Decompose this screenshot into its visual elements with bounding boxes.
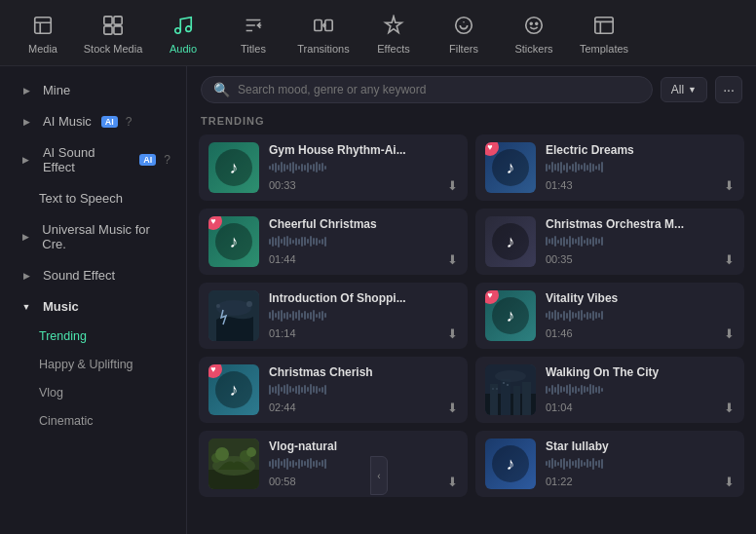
sidebar-toggle-button[interactable]: ‹ [370,456,388,495]
media-icon [29,12,57,39]
svg-point-6 [186,25,192,30]
effects-icon [380,12,407,39]
nav-item-stickers[interactable]: Stickers [499,4,569,62]
track-info-10: Star Iullaby 01:22 ⬇ [546,439,735,489]
track-thumb-3: ♥ ♪ [208,216,259,267]
track-waveform-2 [546,161,735,174]
nav-item-templates[interactable]: Templates [569,4,639,62]
nav-item-stock-media[interactable]: Stock Media [78,4,148,62]
nature-image [208,439,259,489]
city-image [485,364,536,415]
track-title-2: Electric Dreams [546,143,735,157]
download-icon[interactable]: ⬇ [447,400,458,415]
track-waveform-7 [269,383,458,397]
music-note-icon: ♪ [215,149,252,186]
sidebar-item-text-to-speech[interactable]: Text to Speech [4,183,182,213]
sidebar-item-sound-effect[interactable]: ▶ Sound Effect [4,260,182,290]
download-icon[interactable]: ⬇ [724,475,735,489]
track-card-4[interactable]: ♪ Christmas Orchestra M... 00:35 ⬇ [475,209,744,275]
sidebar-subitem-trending[interactable]: Trending [4,323,182,350]
sidebar-subitem-happy-uplifting[interactable]: Happy & Uplifting [4,351,182,378]
download-icon[interactable]: ⬇ [724,178,735,193]
chevron-right-icon: ▶ [19,84,33,97]
download-icon[interactable]: ⬇ [724,252,735,267]
track-info-9: Vlog-natural 00:58 ⬇ [269,439,458,489]
svg-rect-21 [501,379,510,415]
svg-rect-27 [507,384,509,386]
search-input-wrap[interactable]: 🔍 [201,76,653,103]
track-title-8: Walking On The City [546,365,735,379]
track-title-4: Christmas Orchestra M... [546,217,735,231]
sidebar-item-ai-music[interactable]: ▶ AI Music AI ? [4,106,182,136]
track-card-10[interactable]: ♪ Star Iullaby 01:22 ⬇ [475,431,744,497]
music-note-icon: ♪ [492,297,529,334]
ai-badge: AI [139,154,156,166]
stickers-icon [520,12,548,39]
track-meta-10: 01:22 ⬇ [546,475,735,489]
svg-point-33 [215,447,229,461]
svg-rect-3 [104,25,112,33]
track-card-6[interactable]: ♥ ♪ Vitality Vibes 01:46 ⬇ [475,283,744,349]
svg-rect-2 [114,16,122,23]
top-nav: Media Stock Media Audio Titles [0,0,756,66]
chevron-right-icon: ▶ [19,230,32,244]
chevron-down-icon: ▼ [19,300,33,314]
svg-rect-25 [496,388,498,390]
svg-point-9 [456,17,472,33]
download-icon[interactable]: ⬇ [447,326,458,341]
help-icon[interactable]: ? [164,153,170,167]
sidebar-subitem-cinematic[interactable]: Cinematic [4,407,182,435]
download-icon[interactable]: ⬇ [724,326,735,341]
search-input[interactable] [238,83,640,96]
track-thumb-7: ♥ ♪ [208,364,259,415]
track-card-3[interactable]: ♥ ♪ Cheerful Christmas 01:44 ⬇ [199,209,468,275]
track-title-9: Vlog-natural [269,439,458,453]
nav-item-media[interactable]: Media [8,4,78,62]
track-card-7[interactable]: ♥ ♪ Christmas Cherish 02:44 ⬇ [199,357,468,423]
download-icon[interactable]: ⬇ [447,252,458,267]
trending-label: TRENDING [187,109,756,134]
sidebar-item-universal-music[interactable]: ▶ Universal Music for Cre. [4,214,182,259]
ai-badge: AI [101,116,118,128]
svg-point-35 [246,447,256,457]
track-info-7: Christmas Cherish 02:44 ⬇ [269,365,458,415]
nav-item-filters[interactable]: Filters [429,4,499,62]
music-note-icon: ♪ [215,371,252,408]
track-card-8[interactable]: Walking On The City 01:04 ⬇ [475,357,744,423]
sidebar-item-mine[interactable]: ▶ Mine [4,75,182,105]
chevron-down-icon: ▼ [688,85,697,95]
content-area: 🔍 All ▼ ··· TRENDING ♪ Gym House Rhythm-… [187,66,756,534]
templates-icon [590,12,618,39]
download-icon[interactable]: ⬇ [724,400,735,415]
track-thumb-2: ♥ ♪ [485,142,536,193]
track-meta-6: 01:46 ⬇ [546,326,735,341]
nav-item-audio[interactable]: Audio [148,4,218,62]
track-thumb-8 [485,364,536,415]
track-waveform-4 [546,235,735,248]
track-card-2[interactable]: ♥ ♪ Electric Dreams 01:43 ⬇ [475,134,744,201]
nav-item-transitions[interactable]: Transitions [288,4,359,62]
download-icon[interactable]: ⬇ [447,178,458,193]
music-note-icon: ♪ [492,149,529,186]
chevron-right-icon: ▶ [19,115,33,129]
track-card-5[interactable]: Introduction Of Shoppi... 01:14 ⬇ [199,283,468,349]
nav-item-effects[interactable]: Effects [359,4,429,62]
filter-dropdown[interactable]: All ▼ [661,77,707,102]
track-card-9[interactable]: Vlog-natural 00:58 ⬇ [199,431,468,497]
svg-rect-13 [595,17,613,33]
track-waveform-6 [546,309,735,323]
track-card-1[interactable]: ♪ Gym House Rhythm-Ai... 00:33 ⬇ [199,134,468,201]
sidebar-subitem-vlog[interactable]: Vlog [4,379,182,406]
sidebar-item-ai-sound-effect[interactable]: ▶ AI Sound Effect AI ? [4,137,182,182]
track-waveform-10 [546,457,735,471]
download-icon[interactable]: ⬇ [447,475,458,489]
sidebar-item-music[interactable]: ▼ Music [4,291,182,322]
more-options-button[interactable]: ··· [715,76,742,103]
track-waveform-1 [269,161,458,174]
chevron-right-icon: ▶ [19,153,33,167]
help-icon[interactable]: ? [126,115,132,129]
track-thumb-10: ♪ [485,439,536,489]
track-waveform-9 [269,457,458,471]
svg-point-5 [175,27,181,33]
nav-item-titles[interactable]: Titles [218,4,288,62]
